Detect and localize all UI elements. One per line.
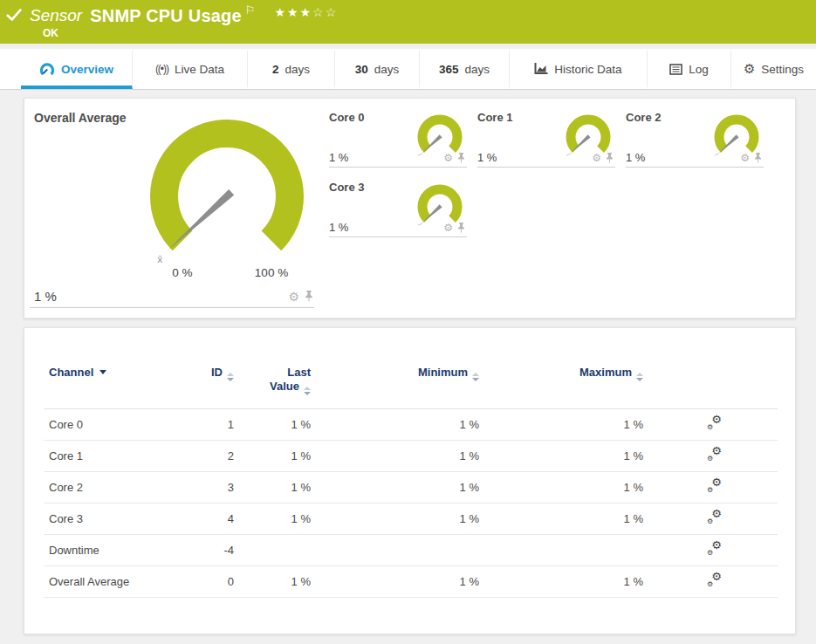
gauge-max-label: 100 %	[255, 266, 288, 279]
channel-name: Core 3	[44, 504, 209, 535]
priority-flag-icon[interactable]: ⚐	[245, 4, 256, 17]
gauge-settings-gear-icon[interactable]: ⚙	[288, 291, 299, 303]
channel-maximum: 1 %	[486, 409, 650, 441]
tab-live-data[interactable]: ((•)) Live Data	[133, 49, 248, 89]
gauge-cell-core-0: Core 0 1 % ⚙	[329, 109, 467, 168]
object-type-label: Sensor	[30, 4, 82, 27]
channel-maximum	[486, 535, 650, 566]
gauge-min-label: 0 %	[172, 266, 192, 279]
pin-icon[interactable]	[754, 153, 762, 163]
table-row: Core 0 1 1 % 1 % 1 % ⚙⚙	[44, 409, 778, 441]
gauge-cell-core-1: Core 1 1 % ⚙	[477, 109, 615, 168]
channel-last-value: 1 %	[241, 566, 318, 598]
channel-id: 1	[209, 409, 241, 441]
channel-id: 0	[209, 566, 241, 598]
table-row: Overall Average 0 1 % 1 % 1 % ⚙⚙	[44, 566, 778, 598]
pin-icon[interactable]	[606, 153, 614, 163]
channel-id: 3	[209, 472, 241, 504]
channel-settings-gears-icon[interactable]: ⚙⚙	[706, 573, 722, 588]
channel-id: 4	[209, 504, 241, 535]
channel-last-value: 1 %	[241, 409, 318, 441]
table-row: Downtime -4 ⚙⚙	[44, 535, 778, 566]
column-header-channel[interactable]: Channel	[44, 366, 209, 409]
tab-historic-data[interactable]: Historic Data	[510, 49, 648, 89]
channel-name: Overall Average	[44, 566, 209, 598]
channel-settings-gears-icon[interactable]: ⚙⚙	[706, 416, 722, 431]
gauge-settings-gear-icon[interactable]: ⚙	[443, 153, 453, 163]
channel-minimum: 1 %	[318, 409, 486, 441]
gauge-settings-gear-icon[interactable]: ⚙	[443, 223, 453, 233]
log-list-icon	[669, 64, 682, 75]
stars-filled[interactable]: ★★★	[274, 5, 312, 19]
tab-settings[interactable]: ⚙ Settings	[731, 49, 816, 89]
tab-overview[interactable]: Overview	[21, 49, 133, 89]
priority-stars[interactable]: ★★★☆☆	[274, 5, 338, 19]
channel-maximum: 1 %	[486, 472, 650, 504]
channel-minimum	[318, 535, 486, 566]
column-header-id[interactable]: ID	[209, 366, 241, 409]
tab-30-days[interactable]: 30 days	[335, 49, 420, 89]
pin-icon[interactable]	[457, 153, 465, 163]
tab-2-days[interactable]: 2 days	[248, 49, 335, 89]
svg-text:x̄: x̄	[157, 254, 163, 265]
channel-name: Core 1	[44, 441, 209, 472]
channel-maximum: 1 %	[486, 504, 650, 535]
channel-last-value: 1 %	[241, 441, 318, 472]
gauge-settings-gear-icon[interactable]: ⚙	[592, 153, 601, 163]
gauge-value: 1 %	[477, 151, 497, 164]
sort-desc-icon	[99, 370, 106, 374]
live-data-icon: ((•))	[155, 63, 168, 75]
channel-name: Core 2	[44, 472, 209, 504]
gauge-cell-overall-average: Overall Average x̄ 0 % 100 % 1 % ⚙	[30, 109, 314, 308]
gauges-panel: Overall Average x̄ 0 % 100 % 1 % ⚙ Core …	[24, 98, 796, 319]
column-header-minimum[interactable]: Minimum	[318, 366, 486, 409]
tab-bar: Overview ((•)) Live Data 2 days 30 days …	[0, 49, 816, 90]
channel-minimum: 1 %	[318, 441, 486, 472]
gauge-icon	[39, 62, 55, 77]
channel-id: 2	[209, 441, 241, 472]
tab-log[interactable]: Log	[648, 49, 731, 89]
pin-icon[interactable]	[457, 223, 465, 233]
gear-icon: ⚙	[744, 63, 755, 76]
gauge-cell-core-3: Core 3 1 % ⚙	[329, 179, 467, 237]
channel-maximum: 1 %	[486, 566, 650, 598]
pin-icon[interactable]	[305, 291, 313, 302]
stars-empty[interactable]: ☆☆	[312, 5, 338, 19]
channel-name: Downtime	[44, 535, 209, 566]
core-gauges-grid: Core 0 1 % ⚙ Core 1	[329, 109, 764, 309]
gauge-settings-gear-icon[interactable]: ⚙	[740, 153, 750, 163]
channel-settings-gears-icon[interactable]: ⚙⚙	[706, 479, 722, 494]
sort-icon	[636, 373, 643, 381]
tab-365-days[interactable]: 365 days	[420, 49, 510, 89]
channel-minimum: 1 %	[318, 472, 486, 504]
sort-icon	[304, 387, 311, 395]
gauge-value: 1 %	[626, 151, 645, 164]
gauge-value: 1 %	[34, 289, 57, 304]
column-header-settings	[650, 366, 778, 409]
column-header-last-value[interactable]: Last Value	[241, 366, 318, 409]
table-row: Core 1 2 1 % 1 % 1 % ⚙⚙	[44, 441, 778, 472]
channel-settings-gears-icon[interactable]: ⚙⚙	[706, 542, 722, 557]
page-title: SNMP CPU Usage	[90, 4, 242, 27]
channel-last-value: 1 %	[241, 472, 318, 504]
sensor-header: Sensor SNMP CPU Usage ⚐ ★★★☆☆ OK	[0, 0, 816, 44]
area-chart-icon	[534, 63, 548, 75]
table-row: Core 2 3 1 % 1 % 1 % ⚙⚙	[44, 472, 778, 504]
status-badge: OK	[43, 27, 58, 39]
sort-icon	[227, 373, 234, 381]
channel-minimum: 1 %	[318, 504, 486, 535]
channels-panel: Channel ID Last Value Minimum	[24, 327, 796, 634]
table-row: Core 3 4 1 % 1 % 1 % ⚙⚙	[44, 504, 778, 535]
channel-settings-gears-icon[interactable]: ⚙⚙	[706, 448, 722, 462]
gauge-cell-core-2: Core 2 1 % ⚙	[626, 109, 764, 168]
status-ok-check-icon	[5, 7, 23, 26]
channel-last-value: 1 %	[241, 504, 318, 535]
channels-table: Channel ID Last Value Minimum	[44, 366, 778, 598]
channel-maximum: 1 %	[486, 441, 650, 472]
channel-name: Core 0	[44, 409, 209, 441]
channel-minimum: 1 %	[318, 566, 486, 598]
column-header-maximum[interactable]: Maximum	[486, 366, 650, 409]
overall-average-gauge: x̄ 0 % 100 %	[140, 116, 314, 282]
channel-settings-gears-icon[interactable]: ⚙⚙	[706, 510, 722, 525]
channel-last-value	[241, 535, 318, 566]
